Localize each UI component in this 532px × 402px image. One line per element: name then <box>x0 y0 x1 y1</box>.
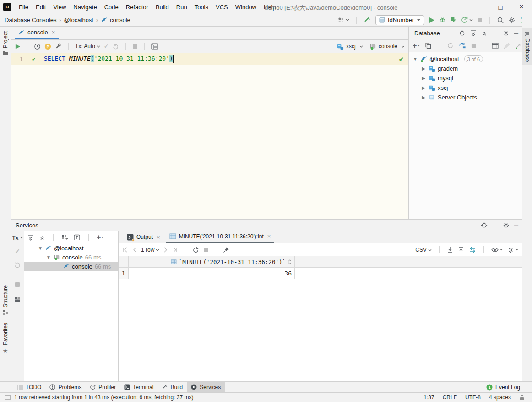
services-row-localhost[interactable]: ▼ @localhost <box>24 243 118 253</box>
chevron-right-icon[interactable]: ▶ <box>421 66 426 71</box>
execute-button[interactable] <box>15 44 21 50</box>
tree-row-mysql[interactable]: ▶ mysql <box>409 73 522 83</box>
reload-page-icon[interactable] <box>192 247 199 253</box>
tool-window-terminal[interactable]: Terminal <box>120 382 157 393</box>
run-with-coverage-button[interactable] <box>450 17 457 23</box>
menu-file[interactable]: File <box>15 0 32 14</box>
run-configuration-select[interactable]: IdNumber <box>375 15 424 25</box>
chevron-right-icon[interactable]: ▶ <box>421 76 426 81</box>
maximize-button[interactable]: □ <box>490 0 511 14</box>
event-log-button[interactable]: 1 Event Log <box>486 384 520 391</box>
session-selector[interactable]: console <box>369 43 405 50</box>
caret-position[interactable]: 1:37 <box>423 394 434 401</box>
collapse-all-icon[interactable] <box>39 234 45 241</box>
menu-code[interactable]: Code <box>101 0 122 14</box>
minimize-button[interactable]: ─ <box>469 0 490 14</box>
grid-column-header[interactable]: `MINUTE('2021-10-31 11:36:20')` <box>129 256 295 267</box>
inspections-ok-icon[interactable]: ✔ <box>399 56 404 63</box>
locate-icon[interactable] <box>459 30 466 37</box>
breadcrumb-localhost[interactable]: @localhost <box>64 17 93 23</box>
schema-selector[interactable]: xscj <box>337 43 363 50</box>
gear-icon[interactable] <box>503 30 510 37</box>
tree-row-xscj[interactable]: ▶ xscj <box>409 83 522 93</box>
gear-icon[interactable] <box>503 222 510 229</box>
sync-wrench-icon[interactable] <box>459 42 466 49</box>
pin-tab-icon[interactable] <box>223 247 229 253</box>
code-line-1[interactable]: 1 ✔ SELECT MINUTE('2021-10-31 11:36:20') <box>11 53 408 65</box>
debug-button[interactable] <box>439 17 446 23</box>
tool-window-database[interactable]: Database <box>522 28 532 65</box>
tool-window-favorites[interactable]: Favorites ★ <box>0 323 11 354</box>
console-settings-wrench-icon[interactable] <box>55 43 62 50</box>
tool-window-profiler[interactable]: Profiler <box>86 382 120 393</box>
tree-row-gradem[interactable]: ▶ gradem <box>409 64 522 73</box>
run-button[interactable] <box>429 17 435 23</box>
breadcrumb-database-consoles[interactable]: Database Consoles <box>5 17 56 23</box>
settings-gear-icon[interactable] <box>508 17 516 24</box>
tool-window-structure[interactable]: Structure <box>0 285 11 315</box>
expand-all-icon[interactable] <box>470 30 477 36</box>
chevron-right-icon[interactable]: ▶ <box>421 95 426 100</box>
duplicate-icon[interactable] <box>425 43 431 49</box>
locate-icon[interactable] <box>481 222 488 229</box>
compare-swap-icon[interactable] <box>469 247 476 253</box>
close-button[interactable]: × <box>511 0 532 14</box>
menu-run[interactable]: Run <box>173 0 191 14</box>
close-icon[interactable]: × <box>267 233 271 240</box>
tool-window-services[interactable]: Services <box>187 382 225 393</box>
grid-settings-gear-icon[interactable] <box>507 247 518 253</box>
hide-panel-icon[interactable]: ─ <box>514 222 518 229</box>
status-message[interactable]: 1 row retrieved starting from 1 in 43 ms… <box>14 394 194 401</box>
collapse-all-icon[interactable] <box>481 30 488 36</box>
export-download-icon[interactable] <box>447 247 453 253</box>
search-everywhere-icon[interactable] <box>497 17 504 24</box>
tool-window-problems[interactable]: Problems <box>45 382 86 393</box>
tx-mode-button[interactable]: Tx <box>12 235 22 241</box>
close-icon[interactable]: × <box>52 29 55 36</box>
expand-all-icon[interactable] <box>27 234 34 241</box>
import-upload-icon[interactable] <box>458 247 464 253</box>
chevron-down-icon[interactable]: ▼ <box>38 246 43 251</box>
tab-result-minute[interactable]: MINUTE('2021-10-31 11:36:20'):int × <box>166 231 275 243</box>
unlock-icon[interactable] <box>519 395 525 401</box>
profiler-button[interactable] <box>461 17 473 23</box>
parameters-icon[interactable]: P <box>44 43 51 50</box>
build-hammer-icon[interactable] <box>364 16 371 24</box>
menu-vcs[interactable]: VCS <box>212 0 232 14</box>
view-eye-icon[interactable] <box>491 247 503 253</box>
grid-corner-cell[interactable] <box>119 256 129 267</box>
sql-statement[interactable]: SELECT MINUTE('2021-10-31 11:36:20') <box>43 55 174 63</box>
tool-window-build[interactable]: Build <box>158 382 187 393</box>
tool-window-toggle-icon[interactable] <box>5 395 11 400</box>
chevron-down-icon[interactable]: ▼ <box>46 255 51 260</box>
page-size-select[interactable]: 1 row <box>141 247 159 253</box>
output-layout-icon[interactable] <box>151 43 158 50</box>
tree-row-server-objects[interactable]: ▶ Server Objects <box>409 93 522 102</box>
menu-tools[interactable]: Tools <box>191 0 212 14</box>
menu-navigate[interactable]: Navigate <box>70 0 100 14</box>
grid-data-row[interactable]: 1 36 <box>119 268 522 279</box>
menu-window[interactable]: Window <box>232 0 260 14</box>
sort-icon[interactable] <box>288 259 292 264</box>
value-cell[interactable]: 36 <box>129 268 295 279</box>
tx-mode-select[interactable]: Tx: Auto <box>75 43 100 50</box>
table-icon[interactable] <box>492 43 499 49</box>
hide-panel-icon[interactable]: ─ <box>514 30 518 37</box>
layout-icon[interactable] <box>14 297 21 302</box>
export-format-select[interactable]: CSV <box>415 247 432 253</box>
tab-output[interactable]: Output × <box>123 231 164 243</box>
view-options-icon[interactable] <box>73 234 81 241</box>
code-editor[interactable]: 1 ✔ SELECT MINUTE('2021-10-31 11:36:20')… <box>11 53 408 218</box>
row-number-cell[interactable]: 1 <box>119 268 129 279</box>
file-encoding[interactable]: UTF-8 <box>465 394 481 401</box>
menu-edit[interactable]: Edit <box>32 0 49 14</box>
tool-window-project[interactable]: Project <box>0 31 11 56</box>
history-clock-icon[interactable] <box>34 43 41 50</box>
tool-window-todo[interactable]: TODO <box>13 382 45 393</box>
services-row-session[interactable]: ▼ console 66 ms <box>24 253 118 262</box>
menu-view[interactable]: View <box>49 0 70 14</box>
chevron-down-icon[interactable]: ▼ <box>413 56 418 61</box>
tree-row-localhost[interactable]: ▼ @localhost 3 of 6 <box>409 54 522 64</box>
add-service-icon[interactable]: + <box>97 233 104 242</box>
indent-size[interactable]: 4 spaces <box>489 394 511 401</box>
